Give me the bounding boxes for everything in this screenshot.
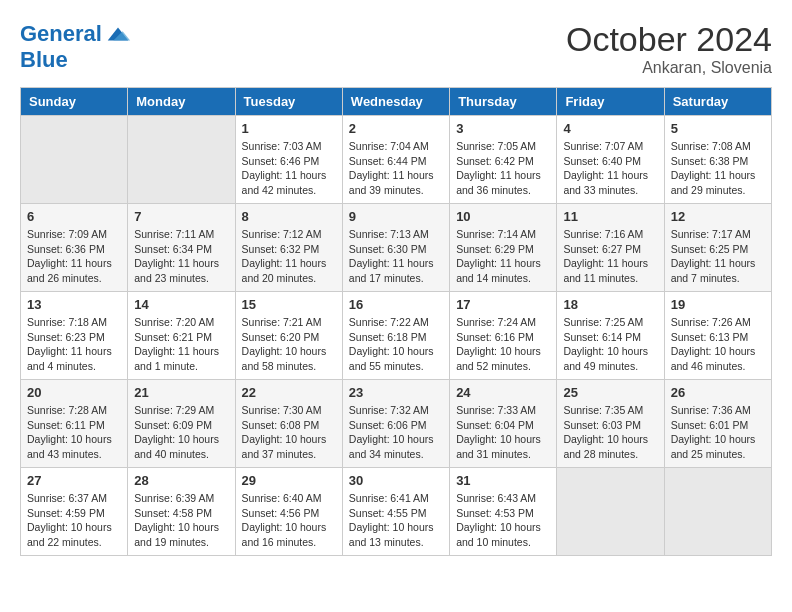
day-number: 30 — [349, 473, 443, 488]
day-number: 8 — [242, 209, 336, 224]
calendar-week-row: 20Sunrise: 7:28 AM Sunset: 6:11 PM Dayli… — [21, 380, 772, 468]
weekday-header: Wednesday — [342, 88, 449, 116]
day-info: Sunrise: 6:39 AM Sunset: 4:58 PM Dayligh… — [134, 491, 228, 550]
calendar-cell: 2Sunrise: 7:04 AM Sunset: 6:44 PM Daylig… — [342, 116, 449, 204]
day-info: Sunrise: 7:20 AM Sunset: 6:21 PM Dayligh… — [134, 315, 228, 374]
calendar-cell: 25Sunrise: 7:35 AM Sunset: 6:03 PM Dayli… — [557, 380, 664, 468]
calendar-cell: 30Sunrise: 6:41 AM Sunset: 4:55 PM Dayli… — [342, 468, 449, 556]
day-number: 21 — [134, 385, 228, 400]
calendar-cell: 12Sunrise: 7:17 AM Sunset: 6:25 PM Dayli… — [664, 204, 771, 292]
day-info: Sunrise: 7:07 AM Sunset: 6:40 PM Dayligh… — [563, 139, 657, 198]
calendar-cell — [557, 468, 664, 556]
weekday-header: Tuesday — [235, 88, 342, 116]
calendar-week-row: 6Sunrise: 7:09 AM Sunset: 6:36 PM Daylig… — [21, 204, 772, 292]
calendar-cell: 8Sunrise: 7:12 AM Sunset: 6:32 PM Daylig… — [235, 204, 342, 292]
day-number: 10 — [456, 209, 550, 224]
calendar-cell: 11Sunrise: 7:16 AM Sunset: 6:27 PM Dayli… — [557, 204, 664, 292]
day-info: Sunrise: 7:14 AM Sunset: 6:29 PM Dayligh… — [456, 227, 550, 286]
day-number: 17 — [456, 297, 550, 312]
day-info: Sunrise: 7:25 AM Sunset: 6:14 PM Dayligh… — [563, 315, 657, 374]
calendar-cell: 20Sunrise: 7:28 AM Sunset: 6:11 PM Dayli… — [21, 380, 128, 468]
day-info: Sunrise: 7:18 AM Sunset: 6:23 PM Dayligh… — [27, 315, 121, 374]
day-number: 13 — [27, 297, 121, 312]
day-info: Sunrise: 7:26 AM Sunset: 6:13 PM Dayligh… — [671, 315, 765, 374]
logo: General Blue — [20, 20, 132, 72]
day-info: Sunrise: 6:41 AM Sunset: 4:55 PM Dayligh… — [349, 491, 443, 550]
day-info: Sunrise: 6:40 AM Sunset: 4:56 PM Dayligh… — [242, 491, 336, 550]
day-number: 16 — [349, 297, 443, 312]
day-number: 3 — [456, 121, 550, 136]
day-number: 11 — [563, 209, 657, 224]
day-number: 24 — [456, 385, 550, 400]
calendar-cell: 29Sunrise: 6:40 AM Sunset: 4:56 PM Dayli… — [235, 468, 342, 556]
day-info: Sunrise: 7:32 AM Sunset: 6:06 PM Dayligh… — [349, 403, 443, 462]
day-info: Sunrise: 7:11 AM Sunset: 6:34 PM Dayligh… — [134, 227, 228, 286]
day-number: 26 — [671, 385, 765, 400]
day-info: Sunrise: 7:16 AM Sunset: 6:27 PM Dayligh… — [563, 227, 657, 286]
calendar-cell: 13Sunrise: 7:18 AM Sunset: 6:23 PM Dayli… — [21, 292, 128, 380]
weekday-header: Sunday — [21, 88, 128, 116]
calendar-cell: 3Sunrise: 7:05 AM Sunset: 6:42 PM Daylig… — [450, 116, 557, 204]
title-block: October 2024 Ankaran, Slovenia — [566, 20, 772, 77]
day-info: Sunrise: 7:22 AM Sunset: 6:18 PM Dayligh… — [349, 315, 443, 374]
day-info: Sunrise: 7:03 AM Sunset: 6:46 PM Dayligh… — [242, 139, 336, 198]
logo-icon — [104, 20, 132, 48]
calendar-cell: 22Sunrise: 7:30 AM Sunset: 6:08 PM Dayli… — [235, 380, 342, 468]
day-info: Sunrise: 7:08 AM Sunset: 6:38 PM Dayligh… — [671, 139, 765, 198]
day-info: Sunrise: 7:17 AM Sunset: 6:25 PM Dayligh… — [671, 227, 765, 286]
day-number: 9 — [349, 209, 443, 224]
calendar-cell: 19Sunrise: 7:26 AM Sunset: 6:13 PM Dayli… — [664, 292, 771, 380]
calendar-cell: 7Sunrise: 7:11 AM Sunset: 6:34 PM Daylig… — [128, 204, 235, 292]
day-info: Sunrise: 7:36 AM Sunset: 6:01 PM Dayligh… — [671, 403, 765, 462]
day-info: Sunrise: 6:37 AM Sunset: 4:59 PM Dayligh… — [27, 491, 121, 550]
day-info: Sunrise: 7:35 AM Sunset: 6:03 PM Dayligh… — [563, 403, 657, 462]
day-number: 4 — [563, 121, 657, 136]
day-info: Sunrise: 7:29 AM Sunset: 6:09 PM Dayligh… — [134, 403, 228, 462]
calendar-cell — [128, 116, 235, 204]
calendar-cell: 26Sunrise: 7:36 AM Sunset: 6:01 PM Dayli… — [664, 380, 771, 468]
day-number: 19 — [671, 297, 765, 312]
logo-text: General — [20, 22, 102, 46]
day-info: Sunrise: 7:12 AM Sunset: 6:32 PM Dayligh… — [242, 227, 336, 286]
day-number: 29 — [242, 473, 336, 488]
calendar-cell: 16Sunrise: 7:22 AM Sunset: 6:18 PM Dayli… — [342, 292, 449, 380]
day-number: 12 — [671, 209, 765, 224]
calendar-cell: 23Sunrise: 7:32 AM Sunset: 6:06 PM Dayli… — [342, 380, 449, 468]
day-number: 6 — [27, 209, 121, 224]
calendar-cell: 31Sunrise: 6:43 AM Sunset: 4:53 PM Dayli… — [450, 468, 557, 556]
calendar-cell: 9Sunrise: 7:13 AM Sunset: 6:30 PM Daylig… — [342, 204, 449, 292]
calendar-cell: 21Sunrise: 7:29 AM Sunset: 6:09 PM Dayli… — [128, 380, 235, 468]
day-info: Sunrise: 7:05 AM Sunset: 6:42 PM Dayligh… — [456, 139, 550, 198]
calendar-cell: 4Sunrise: 7:07 AM Sunset: 6:40 PM Daylig… — [557, 116, 664, 204]
day-number: 15 — [242, 297, 336, 312]
calendar-cell: 5Sunrise: 7:08 AM Sunset: 6:38 PM Daylig… — [664, 116, 771, 204]
day-number: 27 — [27, 473, 121, 488]
day-info: Sunrise: 6:43 AM Sunset: 4:53 PM Dayligh… — [456, 491, 550, 550]
day-number: 28 — [134, 473, 228, 488]
weekday-header: Thursday — [450, 88, 557, 116]
calendar-cell: 27Sunrise: 6:37 AM Sunset: 4:59 PM Dayli… — [21, 468, 128, 556]
calendar-week-row: 27Sunrise: 6:37 AM Sunset: 4:59 PM Dayli… — [21, 468, 772, 556]
logo-blue-text: Blue — [20, 48, 132, 72]
day-info: Sunrise: 7:33 AM Sunset: 6:04 PM Dayligh… — [456, 403, 550, 462]
day-number: 23 — [349, 385, 443, 400]
day-number: 5 — [671, 121, 765, 136]
calendar-cell — [664, 468, 771, 556]
day-info: Sunrise: 7:13 AM Sunset: 6:30 PM Dayligh… — [349, 227, 443, 286]
day-number: 2 — [349, 121, 443, 136]
day-info: Sunrise: 7:09 AM Sunset: 6:36 PM Dayligh… — [27, 227, 121, 286]
day-number: 25 — [563, 385, 657, 400]
weekday-header: Friday — [557, 88, 664, 116]
day-number: 18 — [563, 297, 657, 312]
month-title: October 2024 — [566, 20, 772, 59]
day-number: 31 — [456, 473, 550, 488]
day-info: Sunrise: 7:04 AM Sunset: 6:44 PM Dayligh… — [349, 139, 443, 198]
calendar-cell: 15Sunrise: 7:21 AM Sunset: 6:20 PM Dayli… — [235, 292, 342, 380]
calendar-cell: 6Sunrise: 7:09 AM Sunset: 6:36 PM Daylig… — [21, 204, 128, 292]
calendar-week-row: 1Sunrise: 7:03 AM Sunset: 6:46 PM Daylig… — [21, 116, 772, 204]
day-info: Sunrise: 7:24 AM Sunset: 6:16 PM Dayligh… — [456, 315, 550, 374]
day-info: Sunrise: 7:30 AM Sunset: 6:08 PM Dayligh… — [242, 403, 336, 462]
day-number: 7 — [134, 209, 228, 224]
day-number: 1 — [242, 121, 336, 136]
page-header: General Blue October 2024 Ankaran, Slove… — [20, 20, 772, 77]
